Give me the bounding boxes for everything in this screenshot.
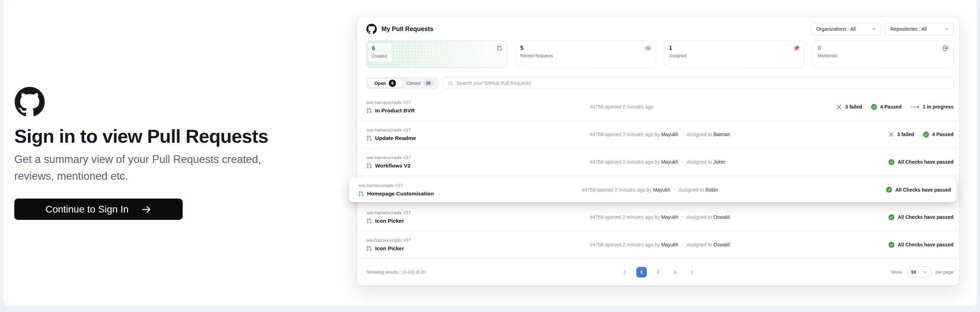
page-size-value: 10 — [911, 269, 916, 275]
pr-assignee: Joker — [714, 159, 725, 165]
x-icon — [836, 104, 842, 110]
eye-icon — [646, 45, 651, 51]
search-box[interactable] — [443, 77, 953, 89]
assigned-to-label: Assigned to — [686, 242, 713, 247]
check-circle-icon — [888, 214, 894, 220]
pr-row-1[interactable]: wei-harness/radix #37 In Product BVR #47… — [357, 93, 959, 121]
check-circle-icon — [886, 187, 892, 193]
pr-row-3[interactable]: wei-harness/radix #37 Workflows V2 #4758… — [357, 148, 959, 176]
chevron-down-icon — [944, 27, 949, 32]
pr-meta-text: #4758 opened 2 minutes ago by — [582, 187, 653, 193]
open-closed-tabgroup: Open 6 Closed 26 — [366, 77, 438, 89]
pr-meta: #4758 opened 2 minutes ago by Mayukh•Ass… — [590, 159, 888, 165]
show-label: Show — [891, 269, 902, 275]
pr-author: Mayukh — [653, 187, 670, 193]
pr-list: wei-harness/radix #37 In Product BVR #47… — [357, 93, 959, 258]
pr-meta: #4758 opened 2 minutes ago by Mayukh•Ass… — [582, 187, 886, 193]
panel-title: My Pull Requests — [381, 25, 433, 33]
github-mark-icon — [366, 24, 377, 34]
pr-title: Icon Picker — [375, 218, 404, 224]
stat-card-created[interactable]: 6 Created — [366, 41, 508, 68]
pagination-page-1[interactable]: 1 — [636, 267, 647, 277]
review-requests-label: Review Requests — [520, 54, 553, 58]
created-count: 6 — [372, 46, 387, 51]
progress-dots-icon — [910, 105, 920, 109]
assigned-count: 1 — [669, 45, 686, 51]
arrow-right-icon — [141, 204, 151, 215]
pr-row-6[interactable]: wei-harness/radix #37 Icon Picker #4758 … — [357, 231, 959, 258]
assigned-to-label: Assigned to — [678, 187, 705, 193]
signin-title: Sign in to view Pull Requests — [14, 126, 304, 146]
pr-meta: #4758 opened 2 minutes ago by Mayukh•Ass… — [590, 214, 888, 220]
closed-tab-label: Closed — [406, 81, 420, 86]
pr-meta: #4758 opened 2 minutes ago — [590, 104, 836, 109]
pr-meta-text: #4758 opened 2 minutes ago by — [590, 131, 661, 137]
dot-separator-icon: • — [682, 215, 683, 219]
open-count-badge: 6 — [389, 79, 396, 87]
pr-meta: #4758 opened 2 minutes ago by Mayukh•Ass… — [590, 242, 888, 247]
status-passed: 4 Passed — [871, 104, 901, 110]
pull-request-icon — [358, 191, 364, 196]
pr-row-2[interactable]: wei-harness/radix #37 Update Readme #475… — [357, 121, 959, 148]
pagination-prev-button[interactable] — [620, 267, 630, 277]
dot-separator-icon: • — [674, 188, 675, 192]
check-circle-icon — [923, 131, 929, 138]
stat-card-assigned[interactable]: 1 Assigned — [664, 41, 805, 68]
tab-open[interactable]: Open 6 — [368, 79, 402, 88]
pr-assignee: Oswald — [714, 242, 730, 247]
pr-status-badges: 3 failed 4 Passed 1 in progress — [836, 104, 953, 110]
closed-count-badge: 26 — [423, 79, 433, 87]
pagination-page-3[interactable]: 3 — [670, 267, 680, 277]
my-pull-requests-panel: My Pull Requests Organizations : All Rep… — [357, 17, 959, 285]
filter-organizations-dropdown[interactable]: Organizations : All — [811, 23, 881, 35]
status-progress: 1 in progress — [910, 104, 953, 109]
dot-separator-icon: • — [682, 160, 683, 164]
assigned-to-label: Assigned to — [686, 214, 713, 220]
pr-meta-text: #4758 opened 2 minutes ago — [590, 104, 653, 109]
pagination-next-button[interactable] — [687, 267, 697, 277]
pull-request-icon — [496, 45, 502, 51]
pr-repo: wei-harness/radix #37 — [366, 210, 590, 215]
pr-title: Homepage Customisation — [367, 190, 434, 197]
filter-repositories-dropdown[interactable]: Repositories : All — [885, 23, 953, 35]
pr-status-badges: 3 failed 4 Passed — [888, 131, 953, 138]
pr-row-5[interactable]: wei-harness/radix #37 Icon Picker #4758 … — [357, 203, 959, 231]
pr-repo: wei-harness/radix #37 — [366, 127, 590, 133]
organizations-dropdown-label: Organizations : All — [816, 26, 856, 32]
status-passed: All Checks have passed — [888, 214, 953, 220]
github-logo-icon — [14, 87, 304, 117]
assigned-to-label: Assigned to — [686, 159, 713, 165]
pr-status-badges: All Checks have passed — [888, 214, 953, 220]
page-size-select[interactable]: 10 — [906, 267, 931, 277]
pr-row-4[interactable]: wei-harness/radix #37 Homepage Customisa… — [349, 177, 957, 202]
status-passed: 4 Passed — [923, 131, 953, 138]
check-circle-icon — [871, 104, 877, 110]
tab-closed[interactable]: Closed 26 — [402, 79, 437, 88]
mentioned-count: 0 — [818, 45, 837, 51]
search-icon — [448, 81, 453, 86]
pagination-page-2[interactable]: 2 — [653, 267, 663, 277]
check-circle-icon — [888, 242, 894, 248]
search-input[interactable] — [457, 80, 949, 86]
status-passed: All Checks have passed — [886, 187, 951, 193]
per-page-label: per page — [935, 269, 953, 275]
pr-status-badges: All Checks have passed — [886, 187, 951, 193]
open-tab-label: Open — [374, 81, 386, 86]
pr-meta-text: #4758 opened 2 minutes ago by — [590, 159, 661, 165]
pr-author: Mayukh — [661, 242, 678, 247]
pull-request-icon — [366, 108, 372, 113]
continue-sign-in-button[interactable]: Continue to Sign In — [14, 199, 183, 220]
pull-request-icon — [366, 218, 372, 224]
panel-footer: Showing results : (1-10) of 20 123 Show … — [357, 258, 959, 285]
pr-author: Mayukh — [661, 159, 678, 165]
pr-title: Icon Picker — [375, 245, 404, 252]
created-label: Created — [372, 54, 387, 59]
dot-separator-icon: • — [682, 132, 683, 136]
stats-cards: 6 Created 5 Review Requests 1 Assigned 0… — [366, 41, 953, 68]
stat-card-review-requests[interactable]: 5 Review Requests — [515, 41, 656, 68]
status-failed: 3 failed — [836, 104, 862, 110]
pr-meta: #4758 opened 2 minutes ago by Mayukh•Ass… — [590, 131, 888, 137]
panel-header: My Pull Requests Organizations : All Rep… — [357, 17, 959, 35]
pr-repo: wei-harness/radix #37 — [358, 183, 582, 188]
stat-card-mentioned[interactable]: 0 Mentioned — [812, 41, 953, 68]
